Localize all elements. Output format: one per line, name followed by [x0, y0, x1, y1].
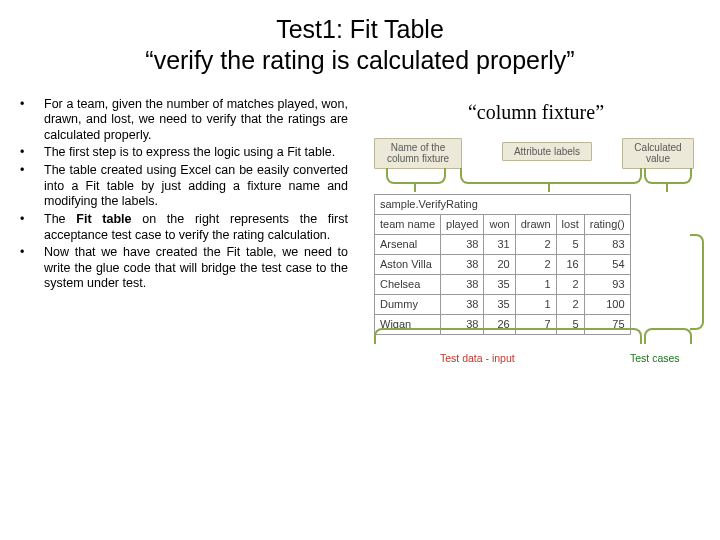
callout-attribute-labels: Attribute labels	[502, 142, 592, 162]
header-cell: team name	[375, 214, 441, 234]
data-cell: 2	[515, 254, 556, 274]
header-cell: drawn	[515, 214, 556, 234]
brace-icon	[690, 234, 704, 330]
fit-table: sample.VerifyRating team name played won…	[374, 194, 631, 335]
list-item: • The table created using Excel can be e…	[18, 163, 348, 210]
brace-icon	[386, 168, 446, 184]
data-cell: 2	[556, 294, 584, 314]
bullet-list: • For a team, given the number of matche…	[18, 97, 348, 293]
header-cell: won	[484, 214, 515, 234]
data-cell: 2	[515, 234, 556, 254]
data-cell: 35	[484, 294, 515, 314]
label-test-cases: Test cases	[630, 352, 680, 364]
bullet-dot: •	[18, 212, 44, 226]
table-row: Arsenal 38 31 2 5 83	[375, 234, 631, 254]
bullet-dot: •	[18, 97, 44, 111]
column-fixture-caption: “column fixture”	[360, 101, 712, 124]
data-cell: 31	[484, 234, 515, 254]
table-header-row: team name played won drawn lost rating()	[375, 214, 631, 234]
brace-icon	[644, 328, 692, 344]
bullet-list-container: • For a team, given the number of matche…	[18, 97, 348, 398]
data-cell: 2	[556, 274, 584, 294]
brace-stem-icon	[548, 182, 550, 192]
slide-title: Test1: Fit Table “verify the rating is c…	[0, 0, 720, 77]
bold-term: Fit table	[76, 212, 131, 226]
bullet-dot: •	[18, 145, 44, 159]
list-item: • Now that we have created the Fit table…	[18, 245, 348, 292]
team-cell: Aston Villa	[375, 254, 441, 274]
table-row: Chelsea 38 35 1 2 93	[375, 274, 631, 294]
brace-stem-icon	[414, 182, 416, 192]
data-cell: 1	[515, 274, 556, 294]
fixture-name-row: sample.VerifyRating	[375, 194, 631, 214]
brace-stem-icon	[666, 182, 668, 192]
data-cell: 1	[515, 294, 556, 314]
callout-fixture-name: Name of the column fixture	[374, 138, 462, 169]
fit-table-diagram: Name of the column fixture Attribute lab…	[360, 138, 700, 398]
data-cell: 5	[556, 234, 584, 254]
list-item: • For a team, given the number of matche…	[18, 97, 348, 144]
bullet-text: The first step is to express the logic u…	[44, 145, 348, 161]
diagram-container: “column fixture” Name of the column fixt…	[348, 97, 712, 398]
team-cell: Dummy	[375, 294, 441, 314]
list-item: • The first step is to express the logic…	[18, 145, 348, 161]
title-line-2: “verify the rating is calculated properl…	[40, 45, 680, 76]
callout-calculated-value: Calculated value	[622, 138, 694, 169]
bullet-dot: •	[18, 163, 44, 177]
list-item: • The Fit table on the right represents …	[18, 212, 348, 243]
bullet-dot: •	[18, 245, 44, 259]
bullet-text: The Fit table on the right represents th…	[44, 212, 348, 243]
data-cell: 100	[584, 294, 630, 314]
data-cell: 38	[441, 254, 484, 274]
data-cell: 38	[441, 234, 484, 254]
brace-icon	[460, 168, 642, 184]
team-cell: Chelsea	[375, 274, 441, 294]
table-row: Aston Villa 38 20 2 16 54	[375, 254, 631, 274]
data-cell: 38	[441, 274, 484, 294]
data-cell: 20	[484, 254, 515, 274]
bullet-text: For a team, given the number of matches …	[44, 97, 348, 144]
data-cell: 83	[584, 234, 630, 254]
data-cell: 93	[584, 274, 630, 294]
data-cell: 54	[584, 254, 630, 274]
header-cell: lost	[556, 214, 584, 234]
data-cell: 38	[441, 294, 484, 314]
table-row: Dummy 38 35 1 2 100	[375, 294, 631, 314]
team-cell: Arsenal	[375, 234, 441, 254]
label-test-data-input: Test data - input	[440, 352, 515, 364]
bullet-text: Now that we have created the Fit table, …	[44, 245, 348, 292]
fixture-name-cell: sample.VerifyRating	[375, 194, 631, 214]
header-cell: played	[441, 214, 484, 234]
brace-icon	[644, 168, 692, 184]
bullet-text: The table created using Excel can be eas…	[44, 163, 348, 210]
slide-body: • For a team, given the number of matche…	[0, 77, 720, 398]
header-cell: rating()	[584, 214, 630, 234]
data-cell: 16	[556, 254, 584, 274]
brace-icon	[374, 328, 642, 344]
title-line-1: Test1: Fit Table	[40, 14, 680, 45]
data-cell: 35	[484, 274, 515, 294]
